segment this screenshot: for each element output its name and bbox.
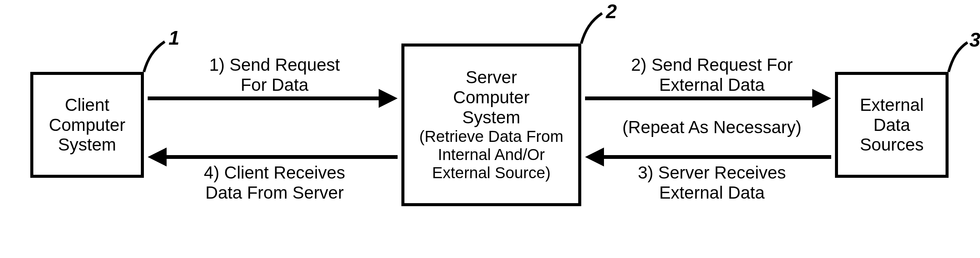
client-line3: System <box>58 135 116 155</box>
external-line3: Sources <box>860 135 924 155</box>
server-ref-label: 2 <box>606 0 617 23</box>
client-box: Client Computer System <box>30 72 144 178</box>
server-line2: Computer <box>453 87 530 108</box>
server-box: Server Computer System (Retrieve Data Fr… <box>401 43 581 206</box>
server-sub1: (Retrieve Data From <box>419 128 563 146</box>
edge4-label: 4) Client Receives Data From Server <box>186 163 364 203</box>
edge4-line2: Data From Server <box>186 183 364 203</box>
external-line2: Data <box>873 115 910 135</box>
external-box: External Data Sources <box>835 72 948 178</box>
external-ref-label: 3 <box>969 28 980 51</box>
edge3-line1: 3) Server Receives <box>621 163 803 183</box>
server-line1: Server <box>466 67 517 87</box>
edge3-line2: External Data <box>621 183 803 203</box>
client-line2: Computer <box>49 115 125 135</box>
server-sub3: External Source) <box>432 164 550 182</box>
edge2-line2: External Data <box>613 75 810 95</box>
client-line1: Client <box>65 95 110 115</box>
edge2-line1: 2) Send Request For <box>613 55 810 75</box>
edge2-note: (Repeat As Necessary) <box>610 117 814 137</box>
diagram-canvas: Client Computer System 1 Server Computer… <box>0 0 980 258</box>
edge4-line1: 4) Client Receives <box>186 163 364 183</box>
edge1-line2: For Data <box>186 75 364 95</box>
edge1-line1: 1) Send Request <box>186 55 364 75</box>
edge3-label: 3) Server Receives External Data <box>621 163 803 203</box>
edge2-note-line1: (Repeat As Necessary) <box>610 117 814 137</box>
edge1-label: 1) Send Request For Data <box>186 55 364 95</box>
client-ref-label: 1 <box>169 27 180 49</box>
external-line1: External <box>860 95 924 115</box>
server-sub2: Internal And/Or <box>438 146 545 164</box>
server-line3: System <box>462 108 520 128</box>
edge2-label: 2) Send Request For External Data <box>613 55 810 95</box>
